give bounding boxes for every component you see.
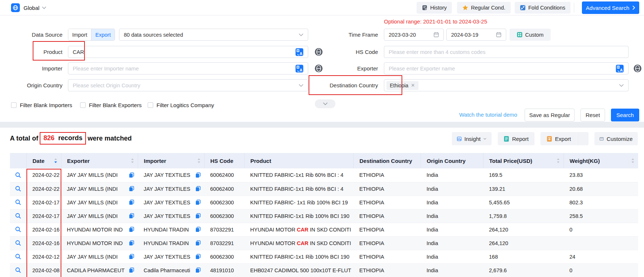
filter-blank-exporters-checkbox[interactable]: [80, 102, 86, 108]
product-input[interactable]: [73, 49, 295, 55]
importer-name[interactable]: Cadila Pharmaceuti: [144, 267, 190, 273]
translate-icon[interactable]: A: [295, 65, 303, 73]
importer-cell[interactable]: JAY JAY TEXTILES: [138, 209, 204, 223]
sort-carets[interactable]: [557, 158, 560, 163]
copy-icon[interactable]: [195, 254, 201, 259]
search-row-icon[interactable]: [15, 199, 21, 205]
importer-name[interactable]: JAY JAY TEXTILES: [144, 213, 190, 219]
col-total-price[interactable]: Total Price(USD): [483, 153, 564, 168]
search-row-icon[interactable]: [15, 267, 21, 273]
export-button[interactable]: Export: [540, 132, 577, 145]
copy-icon[interactable]: [129, 267, 134, 273]
importer-name[interactable]: JAY JAY TEXTILES: [144, 172, 190, 178]
regular-cond-button[interactable]: Regular Cond.: [457, 2, 511, 14]
importer-name[interactable]: JAY JAY TEXTILES: [144, 200, 190, 205]
exporter-cell[interactable]: CADILA PHARMACEUT: [61, 263, 138, 277]
sort-carets[interactable]: [631, 158, 634, 163]
exporter-name[interactable]: JAY JAY MILLS (INDI: [67, 186, 118, 192]
date-start-input[interactable]: 2023-03-20: [384, 29, 444, 41]
data-sources-select[interactable]: 80 data sources selected: [119, 29, 308, 41]
table-row[interactable]: 2024-02-22 JAY JAY MILLS (INDI JAY JAY T…: [10, 182, 638, 196]
table-row[interactable]: 2024-02-22 JAY JAY MILLS (INDI JAY JAY T…: [10, 168, 638, 182]
export-dropdown-button[interactable]: [578, 132, 589, 145]
search-row-icon[interactable]: [15, 240, 21, 246]
search-button[interactable]: Search: [611, 109, 639, 121]
search-row-icon[interactable]: [15, 226, 21, 233]
export-toggle[interactable]: Export: [91, 29, 115, 40]
importer-cell[interactable]: JAY JAY TEXTILES: [138, 168, 204, 182]
filter-blank-importers-checkbox[interactable]: [11, 102, 17, 108]
app-logo[interactable]: [11, 3, 20, 12]
importer-cell[interactable]: HYUNDAI TRADIN: [138, 223, 204, 236]
importer-cell[interactable]: HYUNDAI TRADIN: [138, 236, 204, 250]
table-row[interactable]: 2024-02-16 HYUNDAI MOTOR IND HYUNDAI TRA…: [10, 236, 638, 250]
copy-icon[interactable]: [129, 240, 134, 246]
exporter-name[interactable]: JAY JAY MILLS (INDI: [67, 200, 118, 205]
copy-icon[interactable]: [195, 240, 201, 246]
merge-similar-icon[interactable]: [314, 47, 323, 57]
importer-name[interactable]: JAY JAY TEXTILES: [144, 254, 190, 260]
table-row[interactable]: 2024-02-16 HYUNDAI MOTOR IND HYUNDAI TRA…: [10, 223, 638, 236]
search-row-icon[interactable]: [15, 213, 21, 219]
report-button[interactable]: Report: [498, 132, 535, 145]
customize-button[interactable]: Customize: [594, 132, 638, 145]
date-end-input[interactable]: 2024-03-19: [446, 29, 506, 41]
search-row-icon[interactable]: [15, 254, 21, 260]
import-toggle[interactable]: Import: [68, 29, 91, 40]
copy-icon[interactable]: [195, 172, 201, 178]
table-row[interactable]: 2024-02-12 JAY JAY MILLS (INDI JAY JAY T…: [10, 250, 638, 263]
exporter-cell[interactable]: JAY JAY MILLS (INDI: [61, 250, 138, 263]
origin-country-select[interactable]: Please select Origin Country: [68, 79, 308, 91]
table-row[interactable]: 2024-02-17 JAY JAY MILLS (INDI JAY JAY T…: [10, 196, 638, 209]
copy-icon[interactable]: [129, 227, 134, 232]
copy-icon[interactable]: [195, 186, 201, 192]
filter-logitics-company-checkbox[interactable]: [148, 102, 153, 108]
importer-cell[interactable]: JAY JAY TEXTILES: [138, 196, 204, 209]
copy-icon[interactable]: [129, 213, 134, 219]
copy-icon[interactable]: [195, 200, 201, 205]
exporter-name[interactable]: CADILA PHARMACEUT: [67, 267, 125, 273]
exporter-cell[interactable]: HYUNDAI MOTOR IND: [61, 236, 138, 250]
copy-icon[interactable]: [195, 267, 201, 273]
region-selector[interactable]: Global: [24, 0, 46, 15]
importer-cell[interactable]: Cadila Pharmaceuti: [138, 263, 204, 277]
exporter-cell[interactable]: HYUNDAI MOTOR IND: [61, 223, 138, 236]
destination-country-select[interactable]: Ethiopia ✕: [384, 79, 629, 91]
copy-icon[interactable]: [195, 227, 201, 232]
importer-name[interactable]: JAY JAY TEXTILES: [144, 186, 190, 192]
copy-icon[interactable]: [129, 186, 134, 192]
history-button[interactable]: History: [417, 2, 452, 14]
col-date[interactable]: Date: [26, 153, 61, 168]
exporter-input[interactable]: [389, 66, 616, 72]
collapse-conditions-button[interactable]: [315, 99, 335, 108]
exporter-name[interactable]: JAY JAY MILLS (INDI: [67, 254, 118, 260]
filter-blank-exporters[interactable]: Filter Blank Exporters: [80, 102, 141, 108]
reset-button[interactable]: Reset: [580, 109, 605, 121]
translate-icon[interactable]: A: [616, 65, 624, 73]
copy-icon[interactable]: [129, 172, 134, 178]
sort-carets-date[interactable]: [54, 158, 57, 163]
table-row[interactable]: 2024-02-17 JAY JAY MILLS (INDI JAY JAY T…: [10, 209, 638, 223]
copy-icon[interactable]: [129, 200, 134, 205]
tutorial-link[interactable]: Watch the tutorial demo: [459, 109, 517, 121]
merge-similar-icon[interactable]: [633, 64, 642, 73]
col-importer[interactable]: Importer: [138, 153, 204, 168]
exporter-cell[interactable]: JAY JAY MILLS (INDI: [61, 209, 138, 223]
sort-carets[interactable]: [131, 158, 134, 163]
exporter-cell[interactable]: JAY JAY MILLS (INDI: [61, 196, 138, 209]
remove-tag-icon[interactable]: ✕: [411, 83, 415, 88]
exporter-name[interactable]: JAY JAY MILLS (INDI: [67, 172, 118, 178]
filter-blank-importers[interactable]: Filter Blank Importers: [11, 102, 72, 108]
insight-button[interactable]: BI Insight: [452, 132, 492, 145]
fold-conditions-button[interactable]: Fold Conditions: [515, 2, 571, 14]
col-exporter[interactable]: Exporter: [61, 153, 138, 168]
filter-logitics-company[interactable]: Filter Logitics Company: [148, 102, 214, 108]
exporter-name[interactable]: JAY JAY MILLS (INDI: [67, 213, 118, 219]
advanced-search-button[interactable]: Advanced Search: [582, 1, 639, 14]
exporter-cell[interactable]: JAY JAY MILLS (INDI: [61, 182, 138, 196]
col-weight[interactable]: Weight(KG): [564, 153, 638, 168]
merge-similar-icon[interactable]: [314, 64, 323, 73]
importer-cell[interactable]: JAY JAY TEXTILES: [138, 182, 204, 196]
importer-input[interactable]: [73, 66, 295, 72]
sort-carets[interactable]: [197, 158, 201, 163]
